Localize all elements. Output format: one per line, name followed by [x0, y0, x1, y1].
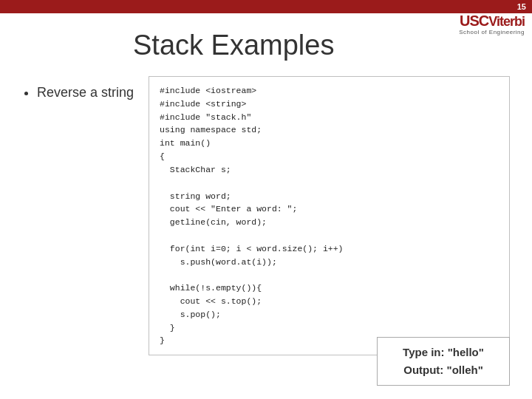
bullet-item: Reverse a string	[37, 83, 134, 102]
code-box: #include <iostream> #include <string> #i…	[149, 76, 510, 355]
content-row: Reverse a string #include <iostream> #in…	[22, 76, 510, 355]
output-line1: Type in: "hello"	[389, 344, 497, 361]
slide-number: 15	[517, 2, 526, 11]
top-bar: 15	[0, 0, 532, 13]
bullet-section: Reverse a string	[22, 76, 134, 102]
code-content: #include <iostream> #include <string> #i…	[160, 84, 499, 347]
output-line2: Output: "olleh"	[389, 361, 497, 379]
output-box: Type in: "hello" Output: "olleh"	[377, 337, 510, 386]
page-title: Stack Examples	[22, 30, 510, 61]
